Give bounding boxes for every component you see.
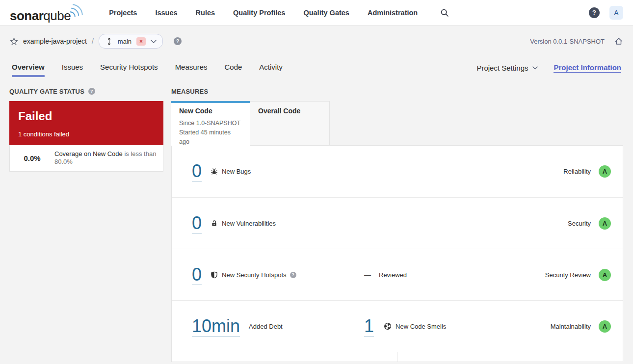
domain-label: Reliability: [563, 168, 591, 175]
tab-code[interactable]: Code: [224, 55, 242, 81]
nav-item-quality-profiles[interactable]: Quality Profiles: [233, 9, 285, 17]
quality-gate-header: QUALITY GATE STATUS ?: [9, 87, 163, 95]
top-navigation-bar: sonarqube Projects Issues Rules Quality …: [0, 0, 633, 26]
quality-gate-title: QUALITY GATE STATUS: [9, 88, 84, 95]
new-code-started: Started 45 minutes ago: [179, 128, 242, 147]
measure-row-maintainability: 10min Added Debt 1 New Code Smells: [172, 300, 623, 352]
code-smell-icon: [384, 322, 392, 330]
help-icon[interactable]: ?: [589, 7, 600, 18]
branch-help-icon[interactable]: ?: [174, 37, 182, 45]
tab-issues[interactable]: Issues: [62, 55, 83, 81]
bug-icon: [211, 168, 218, 175]
measure-row-reliability: 0 New Bugs: [172, 146, 623, 197]
breadcrumb-separator: /: [92, 37, 94, 45]
tabs-right-controls: Project Settings Project Information: [476, 63, 621, 73]
quality-gate-conditions-summary: 1 conditions failed: [18, 130, 155, 138]
project-settings-dropdown[interactable]: Project Settings: [476, 64, 538, 72]
domain-label: Security Review: [545, 271, 591, 279]
measures-tabs: New Code Since 1.0-SNAPSHOT Started 45 m…: [171, 101, 623, 146]
search-icon: [440, 8, 449, 17]
overall-code-tab-label: Overall Code: [258, 107, 321, 115]
project-tabs-row: Overview Issues Security Hotspots Measur…: [0, 54, 633, 81]
chevron-down-icon: [151, 40, 157, 43]
main-nav-items: Projects Issues Rules Quality Profiles Q…: [109, 9, 418, 17]
measure-row-security-review: 0 New Security Hotspots ? — Reviewed: [172, 249, 623, 300]
avatar[interactable]: A: [609, 6, 623, 20]
new-code-since: Since 1.0-SNAPSHOT: [179, 119, 242, 128]
lock-icon: [211, 220, 218, 227]
logo-text-light: qube: [43, 8, 71, 24]
favorite-star-icon[interactable]: [10, 37, 18, 46]
quality-gate-status-banner: Failed 1 conditions failed: [9, 101, 163, 145]
sonarqube-swoosh-icon: [69, 2, 83, 17]
condition-text: Coverage on New Code is less than 80.0%: [54, 150, 157, 166]
measure-label: New Vulnerabilities: [222, 220, 276, 227]
reliability-rating-badge[interactable]: A: [599, 165, 611, 178]
new-code-smells-label: New Code Smells: [396, 323, 446, 330]
project-version: Version 0.0.1-SNAPSHOT: [530, 38, 605, 45]
new-bugs-count[interactable]: 0: [192, 161, 202, 182]
sonarqube-logo[interactable]: sonarqube: [10, 2, 83, 24]
quality-gate-help-icon[interactable]: ?: [88, 88, 95, 95]
tab-new-code[interactable]: New Code Since 1.0-SNAPSHOT Started 45 m…: [171, 101, 250, 146]
new-code-tab-label: New Code: [179, 107, 242, 115]
search-button[interactable]: [440, 8, 449, 17]
security-review-rating-badge[interactable]: A: [599, 269, 611, 281]
breadcrumb-right: Version 0.0.1-SNAPSHOT: [530, 37, 623, 46]
added-debt-label: Added Debt: [249, 323, 283, 330]
branch-status-failed-badge: ×: [136, 37, 146, 46]
chevron-down-icon: [532, 66, 538, 70]
new-code-smells-count[interactable]: 1: [364, 316, 374, 337]
condition-value: 0.0%: [10, 154, 54, 162]
branch-name: main: [118, 38, 132, 45]
measures-panel: 0 New Bugs: [171, 145, 623, 362]
new-security-hotspots-count[interactable]: 0: [192, 265, 202, 285]
nav-item-rules[interactable]: Rules: [196, 9, 215, 17]
tab-security-hotspots[interactable]: Security Hotspots: [100, 55, 158, 81]
quality-gate-panel: Failed 1 conditions failed 0.0% Coverage…: [9, 101, 163, 172]
project-tabs: Overview Issues Security Hotspots Measur…: [12, 55, 283, 81]
nav-item-administration[interactable]: Administration: [368, 9, 418, 17]
reviewed-value: —: [364, 271, 371, 279]
tab-overview[interactable]: Overview: [12, 55, 45, 81]
condition-metric: Coverage on New Code: [54, 150, 123, 157]
project-name-link[interactable]: example-java-project: [23, 37, 87, 45]
maintainability-rating-badge[interactable]: A: [599, 320, 611, 333]
measures-header: MEASURES: [171, 87, 623, 95]
home-icon[interactable]: [614, 37, 623, 46]
breadcrumb: example-java-project / main × ? Version …: [0, 26, 633, 54]
quality-gate-condition-row[interactable]: 0.0% Coverage on New Code is less than 8…: [10, 145, 163, 171]
domain-label: Security: [568, 220, 591, 227]
measure-label: New Security Hotspots: [222, 271, 287, 279]
project-information-link[interactable]: Project Information: [554, 63, 621, 73]
new-vulnerabilities-count[interactable]: 0: [192, 213, 202, 234]
tab-measures[interactable]: Measures: [175, 55, 208, 81]
coverage-cell-partial: [172, 352, 398, 362]
tab-activity[interactable]: Activity: [259, 55, 283, 81]
top-right-controls: ? A: [589, 6, 623, 20]
tab-overall-code[interactable]: Overall Code: [250, 101, 330, 146]
shield-icon: [211, 271, 218, 279]
added-debt-value[interactable]: 10min: [192, 316, 240, 337]
logo-text-bold: sonar: [10, 8, 43, 24]
nav-item-issues[interactable]: Issues: [155, 9, 177, 17]
measures-column: MEASURES New Code Since 1.0-SNAPSHOT Sta…: [171, 86, 623, 362]
nav-item-quality-gates[interactable]: Quality Gates: [303, 9, 349, 17]
security-rating-badge[interactable]: A: [599, 217, 611, 230]
branch-icon: [106, 38, 113, 45]
measure-row-security: 0 New Vulnerabilities Security A: [172, 197, 623, 249]
measure-label: New Bugs: [222, 168, 251, 175]
branch-selector[interactable]: main ×: [99, 34, 163, 49]
duplications-cell-partial: [398, 352, 623, 362]
hotspots-help-icon[interactable]: ?: [290, 272, 296, 278]
quality-gate-column: QUALITY GATE STATUS ? Failed 1 condition…: [9, 86, 163, 172]
domain-label: Maintainability: [551, 323, 591, 330]
measures-next-section-partial: [172, 352, 623, 362]
project-settings-label: Project Settings: [476, 64, 528, 72]
measures-title: MEASURES: [171, 88, 208, 95]
quality-gate-status: Failed: [18, 109, 155, 123]
overview-content: QUALITY GATE STATUS ? Failed 1 condition…: [0, 81, 633, 362]
nav-item-projects[interactable]: Projects: [109, 9, 137, 17]
reviewed-label: Reviewed: [379, 271, 407, 279]
